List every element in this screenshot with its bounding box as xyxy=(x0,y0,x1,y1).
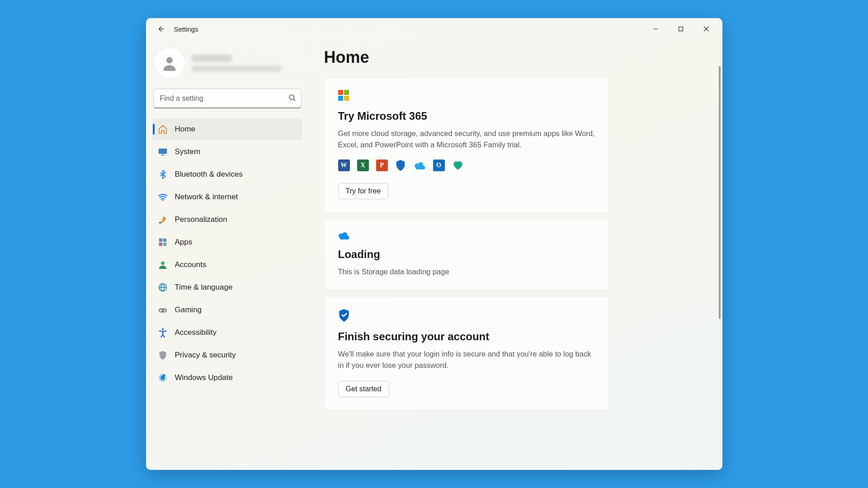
card-security: Finish securing your account We'll make … xyxy=(324,296,609,410)
system-icon xyxy=(158,147,168,157)
minimize-button[interactable] xyxy=(643,20,668,38)
svg-point-21 xyxy=(164,310,165,311)
svg-rect-11 xyxy=(159,222,161,224)
globe-icon xyxy=(158,282,168,292)
powerpoint-icon: P xyxy=(376,160,388,171)
profile-name-blurred xyxy=(191,55,232,62)
sidebar-item-label: Accounts xyxy=(175,260,207,269)
scrollbar[interactable] xyxy=(719,66,721,382)
nav-list: HomeSystemBluetooth & devicesNetwork & i… xyxy=(152,118,302,389)
card-security-title: Finish securing your account xyxy=(338,330,595,343)
sidebar-item-person[interactable]: Accounts xyxy=(152,254,302,276)
settings-window: Settings xyxy=(146,18,722,470)
svg-rect-8 xyxy=(158,149,166,154)
sidebar-item-label: System xyxy=(175,147,201,156)
gamepad-icon xyxy=(158,305,168,315)
window-title: Settings xyxy=(174,25,198,33)
sidebar-item-label: Bluetooth & devices xyxy=(175,170,243,179)
card-storage-title: Loading xyxy=(338,248,595,261)
close-icon xyxy=(703,26,709,32)
defender-icon xyxy=(395,160,407,171)
svg-rect-12 xyxy=(159,239,162,242)
family-icon xyxy=(452,160,464,171)
sidebar-item-update[interactable]: Windows Update xyxy=(152,367,302,389)
home-icon xyxy=(158,124,168,134)
arrow-left-icon xyxy=(157,25,165,33)
excel-icon: X xyxy=(357,160,369,171)
sidebar-item-apps[interactable]: Apps xyxy=(152,231,302,253)
svg-point-25 xyxy=(161,328,163,330)
profile-email-blurred xyxy=(191,66,282,72)
update-icon xyxy=(158,373,168,383)
sidebar-item-label: Accessibility xyxy=(175,328,217,337)
sidebar-item-label: Privacy & security xyxy=(175,351,236,360)
sidebar-item-home[interactable]: Home xyxy=(152,118,302,140)
scrollbar-thumb[interactable] xyxy=(719,66,721,319)
svg-line-7 xyxy=(293,99,295,100)
card-m365-title: Try Microsoft 365 xyxy=(338,110,595,122)
sidebar-item-brush[interactable]: Personalization xyxy=(152,209,302,230)
search-wrap xyxy=(153,89,302,108)
microsoft-logo-icon xyxy=(338,90,350,102)
shield-icon xyxy=(158,350,168,360)
sidebar-item-bluetooth[interactable]: Bluetooth & devices xyxy=(152,164,302,185)
brush-icon xyxy=(158,215,168,225)
sidebar-item-label: Network & internet xyxy=(175,192,238,202)
apps-icon xyxy=(158,237,168,247)
sidebar: HomeSystemBluetooth & devicesNetwork & i… xyxy=(146,40,309,470)
sidebar-item-system[interactable]: System xyxy=(152,141,302,163)
onedrive-icon xyxy=(414,160,426,171)
sidebar-item-gamepad[interactable]: Gaming xyxy=(152,299,302,321)
sidebar-item-label: Home xyxy=(175,125,195,134)
word-icon: W xyxy=(338,160,350,171)
svg-point-22 xyxy=(164,310,165,312)
shield-check-icon xyxy=(338,309,595,324)
onedrive-cloud-icon xyxy=(338,231,595,242)
minimize-icon xyxy=(653,26,658,32)
sidebar-item-label: Windows Update xyxy=(175,373,233,382)
svg-rect-9 xyxy=(161,155,164,155)
sidebar-item-shield[interactable]: Privacy & security xyxy=(152,344,302,366)
sidebar-item-label: Apps xyxy=(175,238,193,247)
page-title: Home xyxy=(324,48,707,67)
svg-rect-1 xyxy=(653,29,658,29)
content-area: Home Try Microsoft 365 Get more cloud st… xyxy=(309,40,722,470)
titlebar: Settings xyxy=(146,18,722,40)
svg-rect-13 xyxy=(163,239,166,242)
svg-point-5 xyxy=(166,57,173,63)
sidebar-item-label: Personalization xyxy=(175,215,227,224)
profile-block[interactable] xyxy=(152,45,302,89)
card-m365: Try Microsoft 365 Get more cloud storage… xyxy=(324,78,609,212)
avatar xyxy=(154,48,185,79)
svg-rect-14 xyxy=(159,243,162,246)
sidebar-item-label: Gaming xyxy=(175,305,202,314)
sidebar-item-wifi[interactable]: Network & internet xyxy=(152,186,302,208)
profile-text xyxy=(191,55,282,72)
sidebar-item-label: Time & language xyxy=(175,283,233,292)
svg-point-16 xyxy=(160,261,164,265)
maximize-button[interactable] xyxy=(668,20,693,38)
sidebar-item-accessibility[interactable]: Accessibility xyxy=(152,322,302,343)
svg-rect-24 xyxy=(160,310,162,311)
person-icon xyxy=(160,54,179,72)
svg-point-10 xyxy=(162,200,163,201)
svg-rect-2 xyxy=(679,27,683,31)
search-icon xyxy=(288,94,296,103)
card-storage-desc: This is Storage data loading page xyxy=(338,266,595,277)
card-security-desc: We'll make sure that your login info is … xyxy=(338,348,595,371)
svg-rect-15 xyxy=(163,243,166,246)
bluetooth-icon xyxy=(158,169,168,179)
get-started-button[interactable]: Get started xyxy=(338,381,389,397)
m365-app-row: WXPO xyxy=(338,160,595,171)
card-m365-desc: Get more cloud storage, advanced securit… xyxy=(338,128,595,150)
person-icon xyxy=(158,260,168,270)
close-button[interactable] xyxy=(693,20,719,38)
sidebar-item-globe[interactable]: Time & language xyxy=(152,277,302,298)
accessibility-icon xyxy=(158,328,168,338)
try-for-free-button[interactable]: Try for free xyxy=(338,183,389,199)
outlook-icon: O xyxy=(433,160,445,171)
search-input[interactable] xyxy=(153,89,302,108)
wifi-icon xyxy=(158,192,168,202)
back-button[interactable] xyxy=(154,22,169,36)
window-controls xyxy=(643,20,719,38)
